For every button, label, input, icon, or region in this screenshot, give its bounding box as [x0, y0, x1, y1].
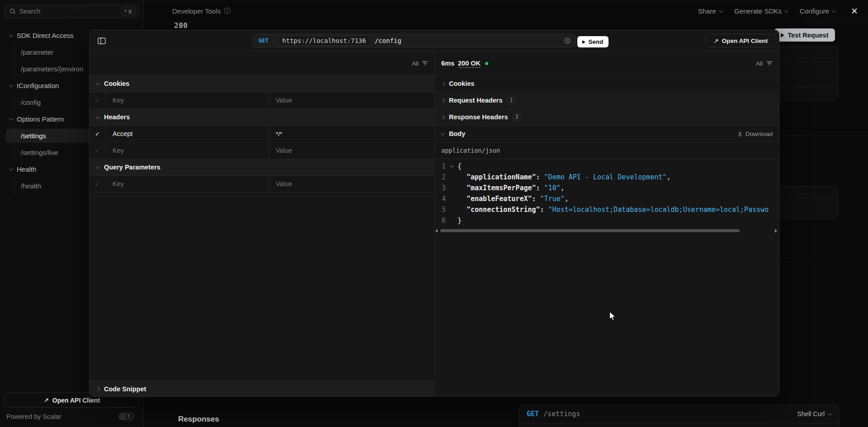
request-path-input[interactable]: /config — [375, 37, 401, 44]
chevron-right-icon — [441, 81, 445, 86]
page-topbar: Developer Tools ⓘ Share Generate SDKs Co… — [144, 0, 868, 22]
dark-mode-toggle[interactable]: ☾ — [118, 413, 133, 420]
app-root: Developer Tools ⓘ Share Generate SDKs Co… — [0, 0, 868, 427]
section-cookies[interactable]: Cookies — [90, 75, 434, 92]
search-shortcut: ^ K — [121, 7, 136, 16]
response-panel: 6ms 200 OK All Cookies — [435, 52, 779, 397]
info-icon: ⓘ — [224, 7, 230, 15]
section-query-parameters[interactable]: Query Parameters — [90, 159, 434, 176]
chevron-right-icon — [441, 98, 445, 103]
chevron-right-icon — [96, 387, 100, 391]
header-key-input[interactable] — [113, 147, 269, 154]
query-value-input[interactable] — [276, 180, 434, 188]
http-method-badge[interactable]: GET — [259, 38, 269, 44]
divider — [273, 38, 274, 44]
history-icon[interactable] — [564, 38, 571, 44]
chevron-down-icon — [96, 164, 100, 169]
menu-share[interactable]: Share — [698, 7, 722, 15]
chevron-down-icon — [719, 8, 723, 13]
download-button[interactable]: Download — [737, 131, 773, 137]
request-filter-all[interactable]: All — [412, 60, 419, 67]
cookie-key-input[interactable] — [113, 97, 269, 104]
response-body-code: 1 { 2 "applicationName": "Demo API - Loc… — [435, 159, 779, 226]
send-button[interactable]: Send — [577, 36, 609, 47]
download-icon — [737, 131, 743, 136]
check-icon: ✓ — [95, 131, 100, 137]
cookie-value-input[interactable] — [276, 97, 434, 104]
close-icon[interactable]: ✕ — [851, 7, 858, 15]
query-key-input[interactable] — [113, 180, 269, 188]
sidebar-toggle-icon[interactable] — [98, 38, 106, 46]
check-icon: ✓ — [95, 97, 100, 104]
response-section-request-headers[interactable]: Request Headers 1 — [435, 92, 779, 109]
server-url[interactable]: https://localhost:7136 — [278, 36, 370, 46]
test-request-button[interactable]: Test Request — [774, 28, 835, 42]
response-duration: 6ms — [441, 60, 454, 67]
api-client-modal: GET https://localhost:7136 /config Send … — [89, 30, 779, 397]
response-filter-all[interactable]: All — [756, 60, 763, 67]
arrow-up-right-icon: ↗ — [714, 38, 719, 44]
request-panel-header: All — [90, 52, 434, 75]
play-icon — [781, 33, 784, 38]
menu-generate-sdks[interactable]: Generate SDKs — [734, 7, 788, 15]
responses-heading: Responses — [178, 415, 219, 424]
request-address-bar[interactable]: GET https://localhost:7136 /config — [253, 34, 576, 47]
open-api-client-button[interactable]: ↗ Open API Client — [705, 34, 776, 47]
header-accept-row: ✓ — [90, 126, 434, 142]
content-type-bar: application/json — [435, 142, 779, 159]
row-checkbox[interactable]: ✓ — [90, 92, 106, 108]
section-code-snippet[interactable]: Code Snippet — [90, 380, 434, 397]
horizontal-scrollbar[interactable] — [437, 229, 775, 233]
code-line: 1 { — [435, 161, 779, 172]
headers-kv-row: ✓ — [90, 142, 434, 159]
chevron-right-icon — [441, 115, 445, 119]
scrollbar-thumb[interactable] — [440, 229, 740, 232]
example-method: GET — [527, 410, 539, 418]
search-input[interactable] — [19, 8, 117, 15]
chevron-down-icon — [9, 83, 14, 87]
row-checkbox-checked[interactable]: ✓ — [90, 126, 106, 142]
example-path: /settings — [543, 410, 580, 418]
header-value-input[interactable] — [276, 147, 434, 154]
check-icon: ✓ — [95, 181, 100, 188]
response-section-body[interactable]: Body Download — [435, 126, 779, 142]
request-panel: All Cookies ✓ — [90, 52, 435, 397]
filter-icon[interactable] — [766, 61, 773, 66]
response-section-response-headers[interactable]: Response Headers 3 — [435, 109, 779, 126]
response-section-cookies[interactable]: Cookies — [435, 75, 779, 92]
filter-icon[interactable] — [422, 61, 428, 66]
count-badge: 3 — [513, 113, 521, 122]
fold-chevron-icon[interactable] — [446, 165, 458, 168]
query-kv-row: ✓ — [90, 176, 434, 192]
play-icon — [582, 40, 585, 44]
row-checkbox[interactable]: ✓ — [90, 176, 106, 192]
example-language-select[interactable]: Shell Curl — [797, 410, 831, 418]
example-request-card: GET /settings Shell Curl — [519, 404, 839, 427]
section-headers[interactable]: Headers — [90, 109, 434, 126]
scroll-left-arrow-icon[interactable] — [435, 229, 438, 233]
status-green-dot — [485, 62, 488, 65]
code-line: 2 "applicationName": "Demo API - Local D… — [435, 172, 779, 183]
cookies-kv-row: ✓ — [90, 92, 434, 109]
search-icon — [9, 8, 16, 14]
header-key-input[interactable] — [113, 130, 269, 137]
chevron-down-icon — [828, 411, 832, 416]
scroll-right-arrow-icon[interactable] — [775, 229, 777, 233]
arrow-up-right-icon: ↗ — [44, 397, 49, 404]
row-checkbox[interactable]: ✓ — [90, 142, 106, 159]
count-badge: 1 — [507, 96, 515, 105]
page-title: Developer Tools ⓘ — [172, 0, 230, 22]
chevron-down-icon — [832, 8, 836, 13]
check-icon: ✓ — [95, 147, 100, 154]
response-status[interactable]: 200 OK — [458, 60, 481, 67]
search-box[interactable]: ^ K — [5, 5, 139, 18]
chevron-down-icon — [9, 166, 14, 171]
chevron-down-icon — [784, 8, 789, 13]
chevron-down-icon — [441, 131, 445, 136]
code-line: 5 "connectionString": "Host=localhost;Da… — [435, 204, 779, 215]
menu-configure[interactable]: Configure — [800, 7, 835, 15]
header-value-input[interactable] — [276, 131, 434, 137]
code-line: 3 "maxItemsPerPage": "10", — [435, 183, 779, 193]
chevron-down-icon — [96, 81, 100, 85]
chevron-down-icon — [9, 33, 14, 37]
